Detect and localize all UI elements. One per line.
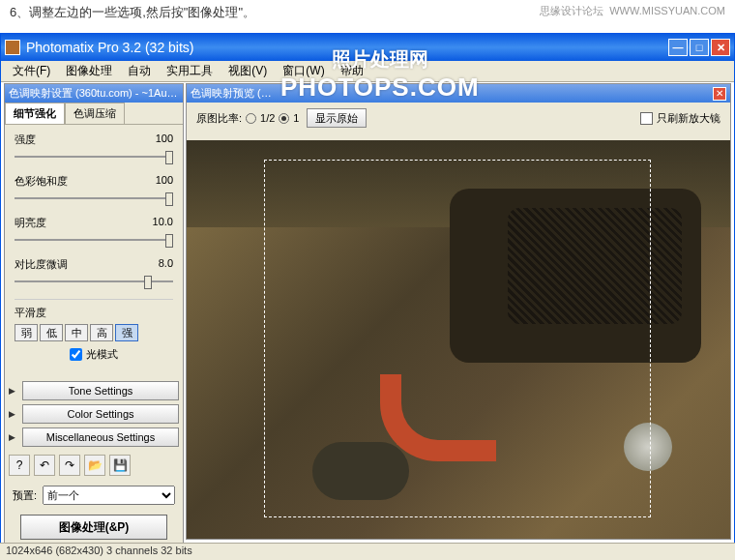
process-button[interactable]: 图像处理(&P) (20, 515, 167, 540)
smoothing-segments: 弱 低 中 高 强 (15, 324, 173, 341)
color-settings-button[interactable]: Color Settings (22, 404, 179, 424)
menu-auto[interactable]: 自动 (120, 61, 159, 81)
luminosity-value: 10.0 (153, 216, 173, 230)
saturation-value: 100 (156, 174, 173, 189)
menu-tools[interactable]: 实用工具 (159, 61, 220, 81)
redo-button[interactable]: ↷ (59, 455, 80, 476)
misc-settings-button[interactable]: Miscellaneous Settings (22, 427, 179, 447)
close-button[interactable]: ✕ (711, 39, 730, 56)
microcontrast-value: 8.0 (159, 257, 173, 272)
seg-low[interactable]: 低 (40, 324, 63, 341)
seg-mid[interactable]: 中 (65, 324, 88, 341)
saturation-label: 色彩饱和度 (15, 174, 68, 189)
tone-mapping-preview-window: 色调映射预览 (… ✕ 原图比率: 1/2 1 显示原始 只刷新放大镜 预览放大… (186, 83, 731, 540)
save-preset-button[interactable]: 💾 (109, 455, 131, 476)
luminosity-slider[interactable] (15, 232, 173, 248)
app-icon (5, 40, 20, 55)
panel-title[interactable]: 色调映射设置 (360tu.com) - ~1Au… (5, 84, 183, 103)
ratio-half-radio[interactable] (246, 113, 256, 124)
refresh-magnifier-label: 只刷新放大镜 (657, 111, 720, 126)
window-title: Photomatix Pro 3.2 (32 bits) (26, 40, 668, 55)
ratio-label: 原图比率: (196, 111, 242, 126)
expand-color-icon[interactable]: ▶ (9, 409, 18, 419)
smoothing-label: 平滑度 (15, 306, 46, 320)
microcontrast-slider[interactable] (15, 274, 173, 289)
tone-settings-button[interactable]: Tone Settings (22, 381, 179, 400)
preview-close-button[interactable]: ✕ (713, 87, 726, 101)
preset-label: 预置: (13, 488, 37, 503)
seg-weak[interactable]: 弱 (15, 324, 38, 341)
light-mode-label: 光模式 (86, 347, 118, 362)
titlebar[interactable]: Photomatix Pro 3.2 (32 bits) — □ ✕ (1, 34, 734, 61)
open-preset-button[interactable]: 📂 (84, 455, 105, 476)
menu-view[interactable]: 视图(V) (220, 61, 275, 81)
menubar: 文件(F) 图像处理 自动 实用工具 视图(V) 窗口(W) 帮助 (1, 61, 734, 82)
instruction-text: 6、调整左边的一些选项,然后按"图像处理"。 (10, 4, 255, 21)
microcontrast-label: 对比度微调 (15, 257, 68, 272)
preview-title[interactable]: 色调映射预览 (… ✕ (187, 84, 730, 103)
maximize-button[interactable]: □ (690, 39, 709, 56)
menu-image[interactable]: 图像处理 (58, 61, 120, 81)
seg-high[interactable]: 高 (90, 324, 113, 341)
forum-credit: 思缘设计论坛 WWW.MISSYUAN.COM (540, 4, 725, 21)
expand-misc-icon[interactable]: ▶ (9, 432, 18, 442)
undo-button[interactable]: ↶ (34, 455, 55, 476)
luminosity-label: 明亮度 (15, 216, 46, 230)
ratio-one-radio[interactable] (279, 113, 289, 124)
tone-mapping-settings-panel: 色调映射设置 (360tu.com) - ~1Au… 细节强化 色调压缩 强度1… (4, 83, 184, 550)
minimize-button[interactable]: — (668, 39, 688, 56)
preset-select[interactable]: 前一个 (43, 486, 175, 505)
menu-help[interactable]: 帮助 (333, 61, 371, 81)
show-original-button[interactable]: 显示原始 (307, 108, 367, 128)
menu-file[interactable]: 文件(F) (5, 61, 58, 81)
preview-image[interactable] (187, 140, 730, 539)
refresh-magnifier-checkbox[interactable] (640, 112, 653, 125)
menu-window[interactable]: 窗口(W) (275, 61, 332, 81)
tab-tone-compress[interactable]: 色调压缩 (65, 103, 125, 124)
light-mode-checkbox[interactable] (70, 348, 82, 361)
tab-detail-enhance[interactable]: 细节强化 (5, 103, 65, 124)
seg-strong[interactable]: 强 (115, 324, 138, 341)
expand-tone-icon[interactable]: ▶ (9, 386, 18, 396)
strength-label: 强度 (15, 133, 36, 147)
strength-value: 100 (156, 133, 173, 147)
selection-marquee[interactable] (264, 160, 651, 517)
strength-slider[interactable] (15, 149, 173, 164)
status-bar: 1024x646 (682x430) 3 channels 32 bits (0, 543, 735, 560)
help-button[interactable]: ? (9, 455, 30, 476)
saturation-slider[interactable] (15, 191, 173, 206)
